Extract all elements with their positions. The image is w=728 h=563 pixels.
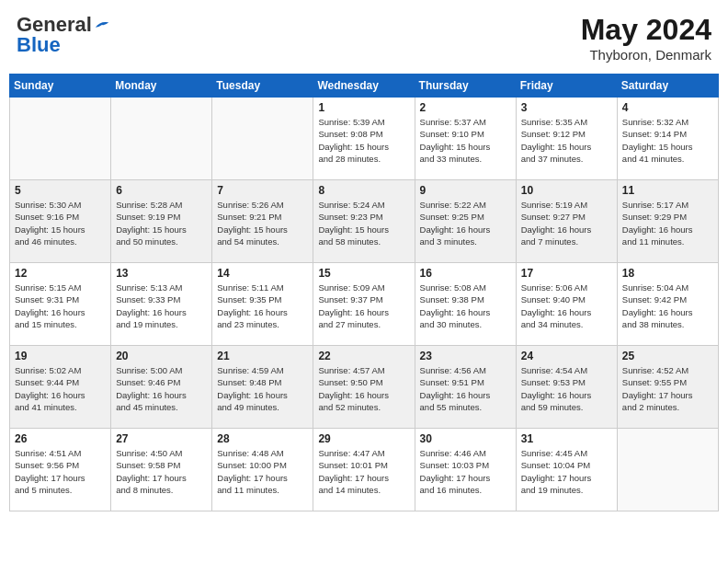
day-info: Sunrise: 4:48 AM Sunset: 10:00 PM Daylig… xyxy=(217,447,308,496)
col-monday: Monday xyxy=(111,75,212,98)
calendar-week-row: 12Sunrise: 5:15 AM Sunset: 9:31 PM Dayli… xyxy=(10,263,719,346)
col-thursday: Thursday xyxy=(415,75,516,98)
day-number: 29 xyxy=(318,432,409,445)
day-info: Sunrise: 4:45 AM Sunset: 10:04 PM Daylig… xyxy=(521,447,612,496)
day-number: 23 xyxy=(420,350,511,362)
table-row: 22Sunrise: 4:57 AM Sunset: 9:50 PM Dayli… xyxy=(313,346,415,429)
table-row: 5Sunrise: 5:30 AM Sunset: 9:16 PM Daylig… xyxy=(10,180,111,263)
day-number: 6 xyxy=(116,184,207,197)
day-number: 21 xyxy=(217,350,308,362)
calendar-week-row: 5Sunrise: 5:30 AM Sunset: 9:16 PM Daylig… xyxy=(10,180,719,263)
day-number: 8 xyxy=(318,184,409,197)
table-row: 12Sunrise: 5:15 AM Sunset: 9:31 PM Dayli… xyxy=(10,263,111,346)
day-number: 26 xyxy=(15,432,106,445)
table-row: 31Sunrise: 4:45 AM Sunset: 10:04 PM Dayl… xyxy=(516,429,617,511)
table-row: 17Sunrise: 5:06 AM Sunset: 9:40 PM Dayli… xyxy=(516,263,617,346)
table-row: 11Sunrise: 5:17 AM Sunset: 9:29 PM Dayli… xyxy=(617,180,718,263)
day-number: 16 xyxy=(420,267,511,280)
table-row: 6Sunrise: 5:28 AM Sunset: 9:19 PM Daylig… xyxy=(111,180,212,263)
calendar-table: Sunday Monday Tuesday Wednesday Thursday… xyxy=(9,74,719,511)
day-number: 4 xyxy=(622,101,713,114)
day-info: Sunrise: 5:32 AM Sunset: 9:14 PM Dayligh… xyxy=(622,116,713,165)
table-row: 20Sunrise: 5:00 AM Sunset: 9:46 PM Dayli… xyxy=(111,346,212,429)
day-number: 20 xyxy=(116,350,207,362)
day-info: Sunrise: 5:00 AM Sunset: 9:46 PM Dayligh… xyxy=(116,364,207,413)
day-info: Sunrise: 5:17 AM Sunset: 9:29 PM Dayligh… xyxy=(622,199,713,247)
day-number: 13 xyxy=(116,267,207,280)
day-info: Sunrise: 4:56 AM Sunset: 9:51 PM Dayligh… xyxy=(420,364,511,413)
day-info: Sunrise: 5:26 AM Sunset: 9:21 PM Dayligh… xyxy=(217,199,308,247)
day-info: Sunrise: 4:52 AM Sunset: 9:55 PM Dayligh… xyxy=(622,364,713,413)
day-info: Sunrise: 5:11 AM Sunset: 9:35 PM Dayligh… xyxy=(217,282,308,330)
title-block: May 2024 Thyboron, Denmark xyxy=(581,13,711,63)
table-row: 1Sunrise: 5:39 AM Sunset: 9:08 PM Daylig… xyxy=(313,98,415,180)
table-row xyxy=(212,98,313,180)
day-number: 7 xyxy=(217,184,308,197)
day-number: 11 xyxy=(622,184,713,197)
table-row xyxy=(111,98,212,180)
day-number: 14 xyxy=(217,267,308,280)
day-number: 30 xyxy=(420,432,511,445)
day-info: Sunrise: 5:04 AM Sunset: 9:42 PM Dayligh… xyxy=(622,282,713,330)
table-row: 18Sunrise: 5:04 AM Sunset: 9:42 PM Dayli… xyxy=(617,263,718,346)
table-row: 28Sunrise: 4:48 AM Sunset: 10:00 PM Dayl… xyxy=(212,429,313,511)
table-row: 7Sunrise: 5:26 AM Sunset: 9:21 PM Daylig… xyxy=(212,180,313,263)
weekday-header-row: Sunday Monday Tuesday Wednesday Thursday… xyxy=(10,75,719,98)
day-info: Sunrise: 5:37 AM Sunset: 9:10 PM Dayligh… xyxy=(420,116,511,165)
day-info: Sunrise: 5:15 AM Sunset: 9:31 PM Dayligh… xyxy=(15,282,106,330)
day-info: Sunrise: 5:02 AM Sunset: 9:44 PM Dayligh… xyxy=(15,364,106,413)
day-info: Sunrise: 5:08 AM Sunset: 9:38 PM Dayligh… xyxy=(420,282,511,330)
day-number: 31 xyxy=(521,432,612,445)
day-info: Sunrise: 5:28 AM Sunset: 9:19 PM Dayligh… xyxy=(116,199,207,247)
table-row: 24Sunrise: 4:54 AM Sunset: 9:53 PM Dayli… xyxy=(516,346,617,429)
day-number: 22 xyxy=(318,350,409,362)
calendar-title: May 2024 xyxy=(581,13,711,47)
day-number: 25 xyxy=(622,350,713,362)
day-info: Sunrise: 5:22 AM Sunset: 9:25 PM Dayligh… xyxy=(420,199,511,247)
day-info: Sunrise: 4:46 AM Sunset: 10:03 PM Daylig… xyxy=(420,447,511,496)
day-info: Sunrise: 4:57 AM Sunset: 9:50 PM Dayligh… xyxy=(318,364,409,413)
day-number: 10 xyxy=(521,184,612,197)
day-info: Sunrise: 4:47 AM Sunset: 10:01 PM Daylig… xyxy=(318,447,409,496)
day-number: 9 xyxy=(420,184,511,197)
day-number: 28 xyxy=(217,432,308,445)
logo-blue: Blue xyxy=(17,33,61,57)
day-info: Sunrise: 5:30 AM Sunset: 9:16 PM Dayligh… xyxy=(15,199,106,247)
col-sunday: Sunday xyxy=(10,75,111,98)
table-row: 16Sunrise: 5:08 AM Sunset: 9:38 PM Dayli… xyxy=(415,263,516,346)
calendar-week-row: 19Sunrise: 5:02 AM Sunset: 9:44 PM Dayli… xyxy=(10,346,719,429)
table-row: 23Sunrise: 4:56 AM Sunset: 9:51 PM Dayli… xyxy=(415,346,516,429)
day-info: Sunrise: 5:13 AM Sunset: 9:33 PM Dayligh… xyxy=(116,282,207,330)
table-row: 21Sunrise: 4:59 AM Sunset: 9:48 PM Dayli… xyxy=(212,346,313,429)
day-info: Sunrise: 5:39 AM Sunset: 9:08 PM Dayligh… xyxy=(318,116,409,165)
table-row: 25Sunrise: 4:52 AM Sunset: 9:55 PM Dayli… xyxy=(617,346,718,429)
day-info: Sunrise: 5:06 AM Sunset: 9:40 PM Dayligh… xyxy=(521,282,612,330)
table-row xyxy=(10,98,111,180)
day-info: Sunrise: 5:35 AM Sunset: 9:12 PM Dayligh… xyxy=(521,116,612,165)
table-row: 19Sunrise: 5:02 AM Sunset: 9:44 PM Dayli… xyxy=(10,346,111,429)
day-number: 12 xyxy=(15,267,106,280)
table-row: 10Sunrise: 5:19 AM Sunset: 9:27 PM Dayli… xyxy=(516,180,617,263)
logo-bird-icon xyxy=(94,18,110,31)
table-row: 14Sunrise: 5:11 AM Sunset: 9:35 PM Dayli… xyxy=(212,263,313,346)
day-info: Sunrise: 4:50 AM Sunset: 9:58 PM Dayligh… xyxy=(116,447,207,496)
table-row: 13Sunrise: 5:13 AM Sunset: 9:33 PM Dayli… xyxy=(111,263,212,346)
day-number: 3 xyxy=(521,101,612,114)
day-info: Sunrise: 5:24 AM Sunset: 9:23 PM Dayligh… xyxy=(318,199,409,247)
col-wednesday: Wednesday xyxy=(313,75,415,98)
calendar-week-row: 1Sunrise: 5:39 AM Sunset: 9:08 PM Daylig… xyxy=(10,98,719,180)
table-row: 9Sunrise: 5:22 AM Sunset: 9:25 PM Daylig… xyxy=(415,180,516,263)
table-row: 29Sunrise: 4:47 AM Sunset: 10:01 PM Dayl… xyxy=(313,429,415,511)
day-number: 5 xyxy=(15,184,106,197)
page-header: General Blue May 2024 Thyboron, Denmark xyxy=(9,9,719,66)
day-number: 18 xyxy=(622,267,713,280)
table-row xyxy=(617,429,718,511)
table-row: 4Sunrise: 5:32 AM Sunset: 9:14 PM Daylig… xyxy=(617,98,718,180)
calendar-week-row: 26Sunrise: 4:51 AM Sunset: 9:56 PM Dayli… xyxy=(10,429,719,511)
table-row: 2Sunrise: 5:37 AM Sunset: 9:10 PM Daylig… xyxy=(415,98,516,180)
table-row: 15Sunrise: 5:09 AM Sunset: 9:37 PM Dayli… xyxy=(313,263,415,346)
table-row: 8Sunrise: 5:24 AM Sunset: 9:23 PM Daylig… xyxy=(313,180,415,263)
table-row: 30Sunrise: 4:46 AM Sunset: 10:03 PM Dayl… xyxy=(415,429,516,511)
day-number: 2 xyxy=(420,101,511,114)
col-tuesday: Tuesday xyxy=(212,75,313,98)
